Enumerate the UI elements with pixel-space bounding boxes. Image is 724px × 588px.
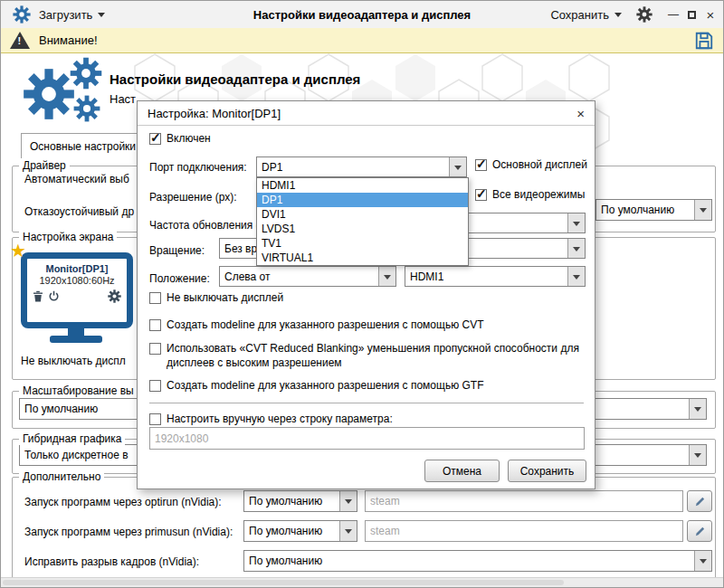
- primusun-label: Запуск программ через primusun (nVidia):: [24, 526, 233, 538]
- resolution-label: Разрешение (px):: [149, 191, 237, 204]
- monitor-settings-icon[interactable]: [108, 289, 121, 303]
- rotation-label: Вращение:: [149, 244, 205, 257]
- dialog-close-button[interactable]: ×: [576, 107, 585, 120]
- maximize-button[interactable]: [683, 6, 700, 23]
- checkbox-label: Настроить вручную через строку параметра…: [167, 413, 393, 427]
- checkbox-box: [149, 133, 161, 145]
- dpms-note-fragment: Не выключать диспл: [21, 355, 126, 367]
- position-label: Положение:: [149, 272, 210, 285]
- app-logo-gear-large: [23, 68, 75, 120]
- tearing-select[interactable]: По умолчанию: [243, 550, 712, 572]
- save-menu-button[interactable]: Сохранить: [550, 1, 622, 28]
- chevron-down-icon: [98, 13, 105, 21]
- checkbox-box: [475, 189, 487, 201]
- dropdown-arrow-icon[interactable]: [378, 267, 395, 286]
- power-toggle-icon[interactable]: [48, 290, 60, 302]
- pencil-icon: [694, 526, 706, 537]
- dialog-title-bar[interactable]: Настройка: Monitor[DP1] ×: [138, 101, 595, 126]
- failsafe-driver-select[interactable]: По умолчанию: [595, 199, 712, 221]
- checkbox-gtf-modeline[interactable]: Создать modeline для указанного разрешен…: [149, 379, 484, 394]
- dropdown-arrow-icon[interactable]: [449, 157, 466, 176]
- dropdown-option-dvi1[interactable]: DVI1: [257, 207, 468, 222]
- dropdown-option-hdmi1[interactable]: HDMI1: [257, 178, 468, 193]
- checkbox-manual-modeline[interactable]: Настроить вручную через строку параметра…: [149, 413, 393, 427]
- port-select[interactable]: DP1: [256, 156, 467, 177]
- primusun-app-input[interactable]: [365, 520, 683, 542]
- dropdown-arrow-icon[interactable]: [689, 399, 706, 419]
- checkbox-label: Включен: [167, 132, 211, 147]
- app-window: Загрузить Настройки видеоадаптера и дисп…: [0, 0, 724, 588]
- checkbox-box: [149, 380, 161, 392]
- save-button[interactable]: Сохранить: [508, 460, 586, 482]
- pencil-icon: [694, 496, 706, 507]
- port-label: Порт подключения:: [149, 161, 247, 174]
- dropdown-option-tv1[interactable]: TV1: [257, 236, 468, 251]
- maximize-icon: [688, 11, 696, 19]
- checkbox-box: [475, 159, 487, 171]
- cancel-button[interactable]: Отмена: [424, 460, 500, 482]
- dropdown-option-virtual1[interactable]: VIRTUAL1: [257, 251, 468, 265]
- dropdown-arrow-icon[interactable]: [567, 267, 585, 286]
- port-select-value: DP1: [257, 157, 449, 176]
- page-subtitle-fragment: Наст: [110, 92, 136, 106]
- dropdown-arrow-icon[interactable]: [567, 239, 585, 258]
- primusun-select[interactable]: По умолчанию: [243, 520, 357, 542]
- primusun-edit-button[interactable]: [687, 520, 712, 542]
- close-button[interactable]: ×: [702, 6, 719, 23]
- page-title: Настройки видеоадаптера и дисплея: [110, 71, 360, 87]
- dialog-separator: [149, 403, 584, 403]
- group-screen-title: Настройка экрана: [19, 231, 117, 243]
- checkbox-box: [149, 343, 161, 355]
- checkbox-all-video-modes[interactable]: Все видеорежимы: [475, 188, 585, 203]
- app-gear-icon[interactable]: [13, 5, 31, 24]
- dropdown-option-lvds1[interactable]: LVDS1: [257, 222, 468, 236]
- checkbox-monitor-enabled[interactable]: Включен: [149, 132, 211, 147]
- optirun-select[interactable]: По умолчанию: [243, 490, 357, 512]
- failsafe-driver-value: По умолчанию: [596, 200, 694, 220]
- checkbox-box: [149, 319, 161, 331]
- delete-monitor-icon[interactable]: [33, 290, 43, 302]
- optirun-edit-button[interactable]: [687, 490, 712, 512]
- checkbox-cvt-modeline[interactable]: Создать modeline для указанного разрешен…: [149, 318, 484, 333]
- dropdown-option-dp1[interactable]: DP1: [257, 193, 468, 207]
- scrollbar-thumb[interactable]: [3, 580, 564, 585]
- checkbox-cvt-reduced-blanking[interactable]: Использовать «CVT Reduced Blanking» умен…: [149, 342, 584, 370]
- checkbox-label: Создать modeline для указанного разрешен…: [167, 318, 484, 333]
- dropdown-arrow-icon[interactable]: [694, 551, 711, 571]
- warning-icon: [10, 32, 30, 49]
- tearing-select-value: По умолчанию: [244, 551, 694, 571]
- position-target-select[interactable]: HDMI1: [405, 266, 586, 287]
- position-select[interactable]: Слева от: [219, 266, 396, 287]
- auto-driver-label-fragment: Автоматический выб: [24, 173, 129, 185]
- app-logo-gear-small-top: [70, 57, 102, 90]
- checkbox-label: Основной дисплей: [492, 158, 587, 173]
- dropdown-arrow-icon[interactable]: [689, 445, 706, 465]
- horizontal-scrollbar[interactable]: [1, 577, 723, 587]
- port-dropdown-list: HDMI1 DP1 DVI1 LVDS1 TV1 VIRTUAL1: [256, 177, 469, 266]
- window-title: Настройки видеоадаптера и дисплея: [253, 1, 471, 28]
- manual-modeline-input[interactable]: [149, 427, 585, 450]
- primusun-select-value: По умолчанию: [244, 521, 339, 541]
- checkbox-label: Использовать «CVT Reduced Blanking» умен…: [167, 342, 584, 370]
- checkbox-primary-display[interactable]: Основной дисплей: [475, 158, 587, 173]
- dropdown-arrow-icon[interactable]: [339, 491, 357, 511]
- position-select-value: Слева от: [220, 267, 378, 286]
- settings-gear-icon[interactable]: [636, 6, 653, 23]
- optirun-app-input[interactable]: [365, 490, 683, 512]
- group-hybrid-title: Гибридная графика: [19, 432, 125, 445]
- position-target-value: HDMI1: [405, 267, 567, 286]
- warning-bar: Внимание!: [1, 28, 723, 53]
- dialog-title: Настройка: Monitor[DP1]: [148, 107, 281, 120]
- app-logo-gear-small-bottom: [73, 95, 100, 122]
- save-file-icon[interactable]: [694, 31, 714, 51]
- checkbox-box: [149, 292, 161, 304]
- load-menu-button[interactable]: Загрузить: [39, 1, 105, 28]
- checkbox-dpms-off[interactable]: Не выключать дисплей: [149, 291, 283, 306]
- minimize-button[interactable]: —: [665, 6, 681, 23]
- dropdown-arrow-icon[interactable]: [339, 521, 357, 541]
- load-menu-label: Загрузить: [39, 8, 92, 22]
- monitor-widget[interactable]: Monitor[DP1] 1920x1080:60Hz: [21, 252, 133, 328]
- dropdown-arrow-icon[interactable]: [694, 200, 711, 220]
- tab-main-settings[interactable]: Основные настройки: [21, 133, 149, 158]
- dropdown-arrow-icon[interactable]: [567, 213, 585, 232]
